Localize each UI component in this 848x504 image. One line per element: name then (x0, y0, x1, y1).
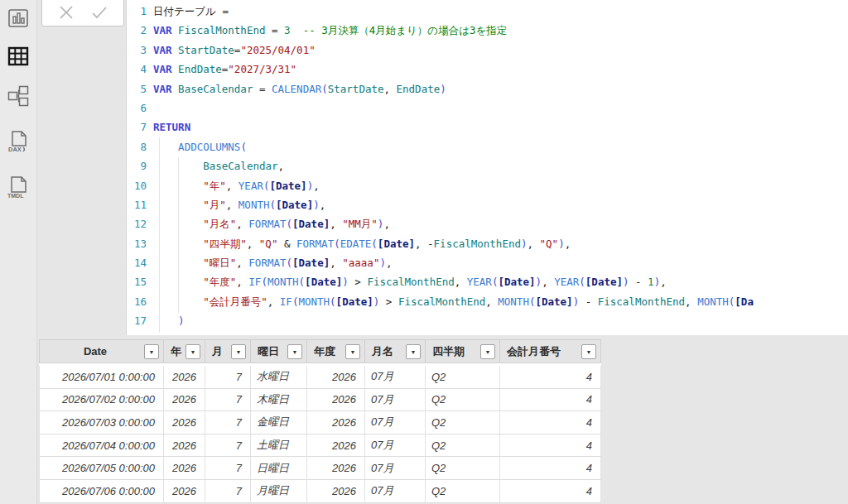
column-filter-button[interactable]: ▼ (287, 344, 302, 359)
code-line-11[interactable]: 11 "月", MONTH([Date]), (127, 195, 848, 214)
table-cell[interactable]: 2026 (307, 480, 365, 503)
column-filter-button[interactable]: ▼ (144, 344, 159, 359)
filter-dropdown-icon: ▼ (485, 349, 491, 355)
table-cell[interactable]: 4 (500, 389, 601, 412)
code-line-8[interactable]: 8 ADDCOLUMNS( (127, 137, 848, 156)
code-line-6[interactable]: 6 (127, 98, 848, 118)
table-cell[interactable]: 07月 (365, 389, 426, 412)
line-number: 14 (128, 253, 147, 272)
data-preview-table: Date▼年▼月▼曜日▼年度▼月名▼四半期▼会計月番号▼ 2026/07/01 … (39, 339, 601, 503)
table-cell[interactable]: 金曜日 (251, 411, 307, 434)
code-line-10[interactable]: 10 "年", YEAR([Date]), (127, 176, 848, 195)
tmdl-icon-label: TMDL (7, 193, 24, 199)
column-filter-button[interactable]: ▼ (345, 344, 360, 359)
table-cell[interactable]: 7 (205, 366, 251, 389)
table-cell[interactable]: 7 (205, 389, 251, 412)
table-cell[interactable]: 2026 (164, 480, 205, 503)
code-line-1[interactable]: 1日付テーブル = (127, 2, 848, 21)
code-line-2[interactable]: 2VAR FiscalMonthEnd = 3 -- 3月決算（4月始まり）の場… (127, 21, 848, 40)
model-view-button[interactable] (0, 78, 36, 114)
table-cell[interactable]: Q2 (426, 389, 500, 412)
table-cell[interactable]: 2026/07/01 0:00:00 (40, 366, 164, 389)
table-cell[interactable]: 日曜日 (251, 457, 307, 480)
table-cell[interactable]: 2026 (164, 389, 205, 412)
table-cell[interactable]: Q2 (426, 366, 500, 389)
column-header-4[interactable]: 年度▼ (307, 340, 365, 363)
table-cell[interactable]: 水曜日 (251, 366, 307, 389)
discard-formula-button[interactable] (56, 3, 76, 22)
table-cell[interactable]: 2026/07/04 0:00:00 (40, 434, 164, 458)
table-cell[interactable]: Q2 (426, 457, 500, 480)
code-line-15[interactable]: 15 "年度", IF(MONTH([Date]) > FiscalMonthE… (127, 272, 848, 291)
line-number: 1 (128, 2, 147, 21)
table-cell[interactable]: 2026 (164, 411, 205, 434)
table-cell[interactable]: 2026 (164, 366, 205, 389)
code-line-7[interactable]: 7RETURN (127, 118, 848, 137)
table-cell[interactable]: Q2 (426, 480, 500, 503)
code-line-3[interactable]: 3VAR StartDate="2025/04/01" (127, 41, 848, 60)
column-header-0[interactable]: Date▼ (40, 340, 164, 363)
column-header-1[interactable]: 年▼ (164, 340, 205, 363)
table-cell[interactable]: 2026 (307, 457, 365, 480)
x-mark-icon (57, 3, 75, 22)
column-header-6[interactable]: 四半期▼ (426, 340, 500, 363)
table-cell[interactable]: 4 (500, 480, 601, 503)
code-line-4[interactable]: 4VAR EndDate="2027/3/31" (127, 60, 848, 79)
filter-dropdown-icon: ▼ (190, 349, 196, 355)
table-cell[interactable]: 2026 (307, 389, 365, 412)
table-cell[interactable]: 2026 (164, 457, 205, 480)
code-line-16[interactable]: 16 "会計月番号", IF(MONTH([Date]) > FiscalMon… (127, 292, 848, 311)
column-filter-button[interactable]: ▼ (231, 344, 246, 359)
column-header-2[interactable]: 月▼ (205, 340, 251, 363)
table-cell[interactable]: 07月 (365, 411, 426, 434)
table-cell[interactable]: 07月 (365, 434, 426, 458)
table-cell[interactable]: Q2 (426, 411, 500, 434)
code-line-14[interactable]: 14 "曜日", FORMAT([Date], "aaaa"), (127, 253, 848, 272)
column-filter-button[interactable]: ▼ (406, 344, 421, 359)
table-cell[interactable]: 月曜日 (251, 480, 307, 503)
table-cell[interactable]: 07月 (365, 457, 426, 480)
column-filter-button[interactable]: ▼ (581, 344, 596, 359)
code-line-5[interactable]: 5VAR BaseCalendar = CALENDAR(StartDate, … (127, 79, 848, 98)
table-cell[interactable]: 7 (205, 411, 251, 434)
code-line-9[interactable]: 9 BaseCalendar, (127, 156, 848, 175)
table-cell[interactable]: 土曜日 (251, 434, 307, 458)
column-filter-button[interactable]: ▼ (186, 344, 200, 359)
code-line-17[interactable]: 17 ) (127, 311, 848, 330)
column-header-5[interactable]: 月名▼ (365, 340, 426, 363)
dax-query-view-button[interactable]: DAX (0, 123, 36, 160)
table-cell[interactable]: 07月 (365, 480, 426, 503)
dax-formula-editor[interactable]: 1日付テーブル =2VAR FiscalMonthEnd = 3 -- 3月決算… (126, 0, 848, 335)
table-cell[interactable]: 7 (205, 434, 251, 458)
table-cell[interactable]: 4 (500, 434, 601, 458)
column-header-7[interactable]: 会計月番号▼ (500, 340, 601, 363)
table-cell[interactable]: 2026/07/02 0:00:00 (40, 389, 164, 412)
table-cell[interactable]: 2026/07/05 0:00:00 (40, 457, 164, 480)
tmdl-view-button[interactable]: TMDL (0, 169, 36, 205)
line-number: 8 (128, 137, 147, 156)
commit-formula-button[interactable] (89, 3, 109, 22)
table-cell[interactable]: 2026/07/03 0:00:00 (40, 411, 164, 434)
table-cell[interactable]: 4 (500, 411, 601, 434)
column-filter-button[interactable]: ▼ (480, 344, 495, 359)
table-cell[interactable]: 2026 (307, 434, 365, 458)
table-cell[interactable]: 4 (500, 457, 601, 480)
table-cell[interactable]: 07月 (365, 366, 426, 389)
table-cell[interactable]: 2026/07/06 0:00:00 (40, 480, 164, 503)
table-cell[interactable]: 2026 (307, 366, 365, 389)
table-cell[interactable]: 7 (205, 480, 251, 503)
table-cell[interactable]: 7 (205, 457, 251, 480)
table-cell[interactable]: 4 (500, 366, 601, 389)
table-cell[interactable]: Q2 (426, 434, 500, 458)
code-line-13[interactable]: 13 "四半期", "Q" & FORMAT(EDATE([Date], -Fi… (127, 234, 848, 253)
code-line-12[interactable]: 12 "月名", FORMAT([Date], "MM月"), (127, 214, 848, 233)
table-row: 2026/07/05 0:00:0020267日曜日202607月Q24 (40, 457, 601, 480)
filter-dropdown-icon: ▼ (350, 349, 356, 355)
table-cell[interactable]: 2026 (164, 434, 205, 458)
report-view-button[interactable] (0, 0, 36, 36)
table-cell[interactable]: 木曜日 (251, 389, 307, 412)
table-cell[interactable]: 2026 (307, 411, 365, 434)
column-header-3[interactable]: 曜日▼ (251, 340, 307, 363)
table-view-button-selected[interactable] (0, 38, 36, 74)
tmdl-document-icon: TMDL (7, 175, 30, 199)
